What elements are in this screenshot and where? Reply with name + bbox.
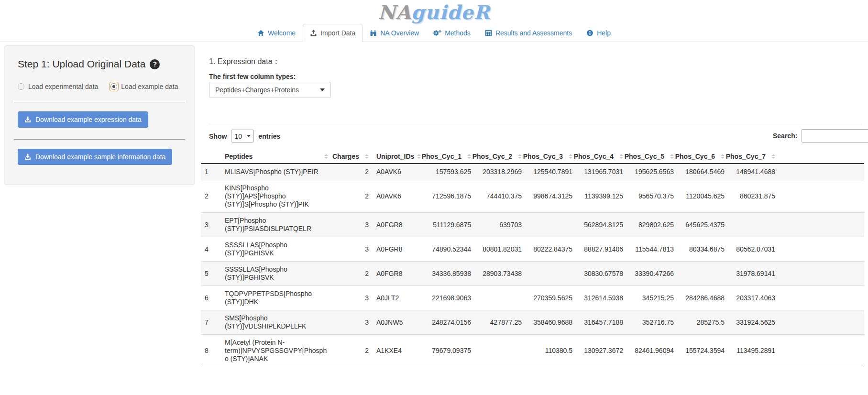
data-source-radio-group: Load experimental data Load example data	[18, 83, 185, 90]
table-cell: 33390.47266	[627, 262, 678, 286]
table-cell: 125540.7891	[526, 164, 576, 180]
column-header-phos_cyc_3[interactable]: Phos_Cyc_3	[526, 150, 576, 164]
table-cell: 148941.4688	[728, 164, 779, 180]
filler-cell	[779, 286, 864, 310]
column-types-select[interactable]: Peptides+Charges+Proteins	[209, 82, 331, 98]
column-header-charges[interactable]: Charges	[332, 150, 373, 164]
button-label: Download example sample information data	[35, 153, 165, 161]
sort-icons	[569, 154, 572, 159]
filler-cell	[779, 213, 864, 237]
column-header-phos_cyc_1[interactable]: Phos_Cyc_1	[424, 150, 475, 164]
column-header-phos_cyc_5[interactable]: Phos_Cyc_5	[627, 150, 678, 164]
row-number: 5	[201, 262, 221, 286]
table-cell: 74890.52344	[424, 237, 475, 262]
column-header-label: Phos_Cyc_5	[625, 153, 664, 160]
table-cell: 180664.5469	[678, 164, 728, 180]
radio-load-example-data[interactable]: Load example data	[110, 83, 178, 90]
filler-cell	[779, 237, 864, 262]
column-header-label: Phos_Cyc_2	[472, 153, 512, 160]
table-cell	[475, 286, 526, 310]
table-cell: 2	[332, 164, 373, 180]
question-circle-icon[interactable]: ?	[150, 59, 160, 69]
row-number: 4	[201, 237, 221, 262]
page: NAguideR Welcome Import Data NA Overview…	[0, 0, 868, 395]
table-cell: 331924.5625	[728, 310, 779, 335]
chevron-down-icon	[320, 88, 325, 91]
table-cell: 203318.2969	[475, 164, 526, 180]
table-cell: 639703	[475, 213, 526, 237]
table-cell	[526, 262, 576, 286]
radio-circle	[18, 83, 24, 90]
tab-import-data[interactable]: Import Data	[303, 24, 363, 42]
row-number: 1	[201, 164, 221, 180]
column-header-phos_cyc_2[interactable]: Phos_Cyc_2	[475, 150, 526, 164]
table-row: 4SSSSLLAS[Phospho (STY)]PGHISVK3A0FGR874…	[201, 237, 864, 262]
column-header-label: Peptides	[225, 153, 253, 160]
table-cell: 2	[332, 180, 373, 213]
table-cell	[728, 213, 779, 237]
table-row: 7SMS[Phospho (STY)]VDLSHIPLKDPLLFK3A0JNW…	[201, 310, 864, 335]
section-title: 1. Expression data：	[209, 57, 280, 67]
sort-icons	[721, 154, 725, 159]
download-icon	[24, 154, 31, 160]
column-header-phos_cyc_4[interactable]: Phos_Cyc_4	[576, 150, 627, 164]
table-cell: 31978.69141	[728, 262, 779, 286]
divider	[14, 102, 185, 102]
download-sample-information-button[interactable]: Download example sample information data	[18, 149, 172, 165]
download-expression-data-button[interactable]: Download example expression data	[18, 111, 148, 128]
column-header-label: Phos_Cyc_6	[675, 153, 715, 160]
radio-label: Load example data	[121, 83, 178, 90]
radio-circle	[110, 83, 117, 90]
radio-load-experimental-data[interactable]: Load experimental data	[18, 83, 98, 90]
column-header-uniprot_ids[interactable]: Uniprot_IDs	[373, 150, 424, 164]
column-header-rownum	[201, 150, 221, 164]
table-cell: SSSSLLAS[Phospho (STY)]PGHISVK	[221, 262, 332, 286]
expression-data-table: PeptidesChargesUniprot_IDsPhos_Cyc_1Phos…	[201, 150, 864, 367]
show-label: Show	[209, 132, 227, 140]
table-cell: SSSSLLAS[Phospho (STY)]PGHISVK	[221, 237, 332, 262]
table-cell: 3	[332, 310, 373, 335]
filler-cell	[779, 262, 864, 286]
table-cell: 80801.82031	[475, 237, 526, 262]
column-header-phos_cyc_6[interactable]: Phos_Cyc_6	[678, 150, 728, 164]
tab-label: NA Overview	[380, 29, 419, 37]
table-cell: 312614.5938	[576, 286, 627, 310]
table-cell: TQDPVPPETPSDS[Phospho (STY)]DHK	[221, 286, 332, 310]
table-cell: 3	[332, 213, 373, 237]
table-cell: EPT[Phospho (STY)]PSIASDISLPIATQELR	[221, 213, 332, 237]
sort-icons	[417, 154, 421, 159]
table-cell: 3	[332, 237, 373, 262]
table-cell: MLISAVS[Phospho (STY)]PEIR	[221, 164, 332, 180]
table-cell	[475, 335, 526, 367]
column-header-label: Charges	[332, 153, 359, 160]
import-data-panel: 1. Expression data： The first few column…	[201, 45, 864, 395]
table-cell: 157593.625	[424, 164, 475, 180]
tab-methods[interactable]: Methods	[426, 24, 478, 42]
radio-label: Load experimental data	[28, 83, 98, 90]
search-input[interactable]	[802, 129, 868, 143]
show-entries-select[interactable]: 10	[231, 130, 254, 143]
entries-label: entries	[258, 132, 280, 140]
tab-results-and-assessments[interactable]: Results and Assessments	[478, 24, 579, 42]
table-row: 1MLISAVS[Phospho (STY)]PEIR2A0AVK6157593…	[201, 164, 864, 180]
table-cell: 270359.5625	[526, 286, 576, 310]
entries-length-control: Show 10 entries	[209, 130, 280, 143]
column-header-phos_cyc_7[interactable]: Phos_Cyc_7	[728, 150, 779, 164]
tab-welcome[interactable]: Welcome	[250, 24, 303, 42]
table-cell: A0FGR8	[373, 237, 424, 262]
tab-label: Methods	[445, 29, 471, 37]
table-cell: A0AVK6	[373, 180, 424, 213]
table-cell: 88827.91406	[576, 237, 627, 262]
table-cell: 427877.25	[475, 310, 526, 335]
column-header-label: Phos_Cyc_3	[523, 153, 563, 160]
table-cell: 645625.4375	[678, 213, 728, 237]
sort-icons	[467, 154, 471, 159]
tab-na-overview[interactable]: NA Overview	[363, 24, 426, 42]
column-types-label: The first few column types:	[209, 73, 296, 80]
table-cell: 562894.8125	[576, 213, 627, 237]
column-header-peptides[interactable]: Peptides	[221, 150, 332, 164]
tab-help[interactable]: Help	[579, 24, 618, 42]
column-header-label: Phos_Cyc_1	[422, 153, 461, 160]
table-header-row: PeptidesChargesUniprot_IDsPhos_Cyc_1Phos…	[201, 150, 864, 164]
table-cell: 352716.75	[627, 310, 678, 335]
